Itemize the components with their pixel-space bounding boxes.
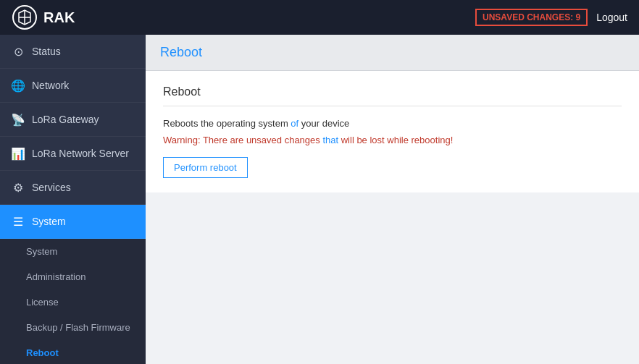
sidebar-subitem-reboot[interactable]: Reboot — [0, 340, 146, 364]
sidebar-item-label: Network — [32, 80, 69, 91]
content-body: Reboot Reboots the operating system of y… — [146, 71, 639, 192]
content-area: Reboot Reboot Reboots the operating syst… — [146, 35, 639, 364]
sidebar-subitem-license[interactable]: License — [0, 289, 146, 315]
header-right: UNSAVED CHANGES: 9 Logout — [475, 9, 627, 26]
unsaved-changes-badge: UNSAVED CHANGES: 9 — [475, 9, 588, 26]
logo-text: RAK — [43, 9, 75, 26]
sidebar-item-lora-network-server[interactable]: 📊 LoRa Network Server — [0, 137, 146, 171]
info-highlight: of — [291, 118, 298, 129]
lora-gateway-icon: 📡 — [12, 113, 25, 126]
sidebar-item-label: LoRa Network Server — [32, 148, 129, 159]
services-icon: ⚙ — [12, 181, 25, 194]
system-icon: ☰ — [12, 215, 25, 228]
sidebar-item-status[interactable]: ⊙ Status — [0, 35, 146, 69]
sidebar-item-lora-gateway[interactable]: 📡 LoRa Gateway — [0, 103, 146, 137]
logo: RAK — [12, 4, 75, 30]
lora-network-server-icon: 📊 — [12, 147, 25, 160]
sidebar: ⊙ Status 🌐 Network 📡 LoRa Gateway 📊 LoRa… — [0, 35, 146, 364]
rak-logo-icon — [12, 4, 38, 30]
main-layout: ⊙ Status 🌐 Network 📡 LoRa Gateway 📊 LoRa… — [0, 35, 639, 364]
network-icon: 🌐 — [12, 79, 25, 92]
sidebar-item-system[interactable]: ☰ System — [0, 205, 146, 239]
warning-highlight: that — [322, 135, 338, 145]
sidebar-item-label: System — [32, 216, 66, 227]
sidebar-subitem-system[interactable]: System — [0, 239, 146, 264]
sidebar-item-label: Status — [32, 46, 61, 57]
content-gray-area — [146, 192, 639, 337]
sidebar-item-label: LoRa Gateway — [32, 114, 99, 125]
perform-reboot-button[interactable]: Perform reboot — [163, 157, 248, 178]
sidebar-item-label: Services — [32, 182, 71, 193]
sidebar-subitem-administration[interactable]: Administration — [0, 264, 146, 289]
status-icon: ⊙ — [12, 45, 25, 58]
warning-text: Warning: There are unsaved changes that … — [163, 135, 622, 145]
sidebar-submenu-system: System Administration License Backup / F… — [0, 239, 146, 364]
logout-button[interactable]: Logout — [596, 12, 627, 23]
sidebar-item-network[interactable]: 🌐 Network — [0, 69, 146, 103]
sidebar-subitem-backup[interactable]: Backup / Flash Firmware — [0, 315, 146, 340]
page-title: Reboot — [160, 45, 202, 59]
page-header: Reboot — [146, 35, 639, 71]
sidebar-item-services[interactable]: ⚙ Services — [0, 171, 146, 205]
section-title: Reboot — [163, 85, 622, 106]
info-text: Reboots the operating system of your dev… — [163, 118, 622, 129]
header: RAK UNSAVED CHANGES: 9 Logout — [0, 0, 639, 35]
